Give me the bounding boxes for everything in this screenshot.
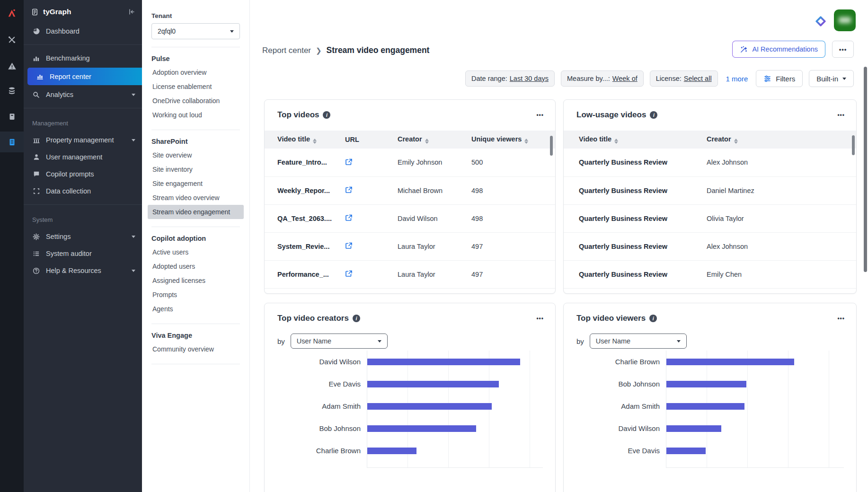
tools-icon[interactable] bbox=[0, 29, 24, 50]
subnav-item-site-inventory[interactable]: Site inventory bbox=[148, 162, 244, 176]
nav-divider bbox=[24, 204, 142, 205]
table-row: Quarterly Business ReviewDaniel Martinez bbox=[564, 176, 856, 204]
video-title-cell: Quarterly Business Review bbox=[564, 232, 707, 260]
subnav-item-assigned-licenses[interactable]: Assigned licenses bbox=[148, 273, 244, 288]
chart-dimension-select[interactable]: User Name bbox=[590, 334, 687, 349]
subnav-item-onedrive-collaboration[interactable]: OneDrive collaboration bbox=[148, 94, 244, 108]
user-avatar[interactable] bbox=[834, 9, 856, 31]
card-more-options-button[interactable]: ••• bbox=[837, 315, 845, 322]
table-row: System_Revie...Laura Taylor497 bbox=[265, 232, 555, 260]
subnav-item-active-users[interactable]: Active users bbox=[148, 245, 244, 259]
column-header-video-title[interactable]: Video title bbox=[265, 131, 345, 149]
column-header-url[interactable]: URL bbox=[345, 131, 398, 149]
chevron-down-icon bbox=[378, 340, 381, 343]
video-title-cell: Weekly_Repor... bbox=[265, 176, 345, 204]
chart-dimension-value: User Name bbox=[297, 337, 378, 345]
alert-triangle-icon[interactable] bbox=[0, 55, 24, 76]
license-chip[interactable]: License: Select all bbox=[650, 70, 718, 87]
database-icon[interactable] bbox=[0, 80, 24, 101]
more-filters-link[interactable]: 1 more bbox=[726, 75, 748, 83]
page-more-options-button[interactable]: ••• bbox=[832, 41, 854, 58]
sidebar-item-benchmarking[interactable]: Benchmarking bbox=[24, 50, 142, 67]
info-icon[interactable]: i bbox=[323, 111, 330, 119]
sidebar-item-user-management[interactable]: User management bbox=[24, 149, 142, 166]
creator-cell: Michael Brown bbox=[398, 176, 471, 204]
top-video-creators-card: Top video creatorsi•••byUser NameDavid W… bbox=[264, 303, 556, 492]
report-list-icon[interactable] bbox=[0, 132, 24, 152]
external-link-icon[interactable] bbox=[345, 242, 353, 249]
external-link-icon[interactable] bbox=[345, 270, 353, 277]
subnav-item-site-overview[interactable]: Site overview bbox=[148, 148, 244, 162]
measure-by-chip[interactable]: Measure by...: Week of bbox=[561, 70, 644, 87]
scan-icon bbox=[32, 188, 40, 194]
column-header-video-title[interactable]: Video title bbox=[564, 131, 707, 149]
subnav-item-working-out-loud[interactable]: Working out loud bbox=[148, 108, 244, 122]
creator-cell: Alex Johnson bbox=[707, 149, 856, 176]
chart-dimension-select[interactable]: User Name bbox=[291, 334, 388, 349]
sidebar-item-data-collection[interactable]: Data collection bbox=[24, 183, 142, 200]
subnav-item-stream-video-engagement[interactable]: Stream video engagement bbox=[148, 205, 244, 219]
sidebar-item-system-auditor[interactable]: System auditor bbox=[24, 245, 142, 262]
card-more-options-button[interactable]: ••• bbox=[837, 112, 845, 118]
column-header-creator[interactable]: Creator bbox=[398, 131, 471, 149]
info-icon[interactable]: i bbox=[649, 315, 657, 322]
subnav-divider bbox=[151, 130, 240, 130]
subnav-item-site-engagement[interactable]: Site engagement bbox=[148, 176, 244, 191]
page-scrollbar[interactable] bbox=[864, 67, 867, 272]
horizontal-bar-chart: Charlie BrownBob JohnsonAdam SmithDavid … bbox=[575, 351, 844, 468]
creator-cell: Laura Taylor bbox=[398, 232, 471, 260]
horizontal-bar-chart: David WilsonEve DavisAdam SmithBob Johns… bbox=[276, 351, 543, 468]
subnav-divider bbox=[151, 324, 240, 324]
sidebar-item-copilot-prompts[interactable]: Copilot prompts bbox=[24, 166, 142, 183]
sidebar-item-dashboard[interactable]: Dashboard bbox=[24, 23, 142, 40]
creator-cell: Daniel Martinez bbox=[707, 176, 856, 204]
table-row: Performance_...Laura Taylor497 bbox=[265, 260, 555, 288]
ai-recommendations-button[interactable]: AI Recommendations bbox=[732, 41, 825, 58]
chat-icon bbox=[32, 171, 40, 177]
table-row: QA_Test_2063....David Wilson498 bbox=[265, 204, 555, 232]
column-header-creator[interactable]: Creator bbox=[707, 131, 856, 149]
tygraph-logo-icon[interactable] bbox=[0, 3, 24, 24]
subnav-item-stream-video-overview[interactable]: Stream video overview bbox=[148, 191, 244, 205]
date-range-chip[interactable]: Date range: Last 30 days bbox=[465, 70, 555, 87]
external-link-icon[interactable] bbox=[345, 214, 353, 221]
info-icon[interactable]: i bbox=[353, 315, 360, 322]
external-link-icon[interactable] bbox=[345, 158, 353, 166]
tenant-select[interactable]: 2qfql0 bbox=[151, 23, 240, 39]
category-label: Adam Smith bbox=[276, 395, 367, 417]
nav-item-label: Data collection bbox=[46, 187, 91, 195]
subnav-item-license-enablement[interactable]: License enablement bbox=[148, 79, 244, 94]
table-scrollbar[interactable] bbox=[550, 136, 553, 156]
bar bbox=[666, 359, 794, 365]
info-icon[interactable]: i bbox=[650, 111, 657, 119]
sidebar-item-report-center[interactable]: Report center bbox=[27, 68, 142, 85]
subnav-item-adoption-overview[interactable]: Adoption overview bbox=[148, 65, 244, 79]
column-header-unique-viewers[interactable]: Unique viewers bbox=[471, 131, 555, 149]
table-scrollbar[interactable] bbox=[852, 135, 855, 155]
subnav-item-prompts[interactable]: Prompts bbox=[148, 288, 244, 302]
breadcrumb-current-page: Stream video engagement bbox=[327, 45, 430, 55]
sidebar-item-settings[interactable]: Settings bbox=[24, 228, 142, 245]
ai-diamond-icon[interactable] bbox=[815, 16, 826, 28]
subnav-item-community-overview[interactable]: Community overview bbox=[148, 342, 244, 356]
benchmark-icon bbox=[32, 55, 40, 62]
collapse-sidebar-icon[interactable] bbox=[128, 8, 135, 16]
archive-icon[interactable] bbox=[0, 106, 24, 127]
sidebar-item-help-resources[interactable]: Help & Resources bbox=[24, 262, 142, 279]
subnav-item-adopted-users[interactable]: Adopted users bbox=[148, 259, 244, 273]
help-icon bbox=[32, 267, 40, 274]
breadcrumb-report-center[interactable]: Report center bbox=[262, 46, 311, 55]
filters-button[interactable]: Filters bbox=[756, 70, 803, 87]
tenant-value: 2qfql0 bbox=[158, 27, 230, 35]
tenant-label: Tenant bbox=[151, 12, 240, 19]
license-label: License: bbox=[656, 75, 682, 82]
category-label: Bob Johnson bbox=[575, 373, 666, 395]
external-link-icon[interactable] bbox=[345, 186, 353, 193]
card-more-options-button[interactable]: ••• bbox=[536, 112, 544, 118]
view-select-button[interactable]: Built-in bbox=[809, 70, 854, 87]
nav-divider bbox=[24, 44, 142, 45]
card-more-options-button[interactable]: ••• bbox=[536, 315, 544, 322]
sidebar-item-property-management[interactable]: Property management bbox=[24, 132, 142, 149]
sidebar-item-analytics[interactable]: Analytics bbox=[24, 86, 142, 103]
subnav-item-agents[interactable]: Agents bbox=[148, 302, 244, 316]
